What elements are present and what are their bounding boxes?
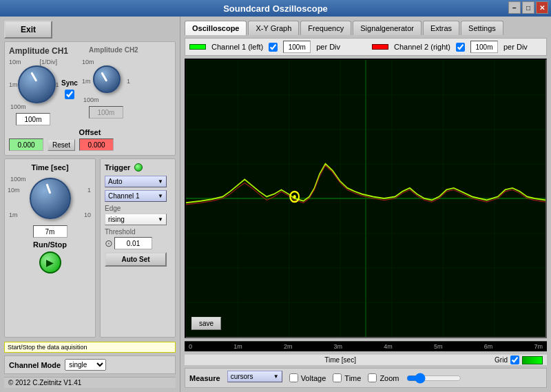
ch2-scale-low: 1m: [82, 78, 91, 85]
time-axis-label: Time [sec]: [189, 356, 492, 364]
copyright-bar: © 2012 C.Zeitnitz V1.41: [4, 377, 176, 388]
ch1-value-input[interactable]: [16, 113, 50, 125]
maximize-button[interactable]: □: [522, 1, 534, 14]
tick-6m: 6m: [484, 343, 493, 350]
channel-mode-select[interactable]: single dual add subtract: [65, 359, 106, 371]
tick-1m: 1m: [233, 343, 242, 350]
close-button[interactable]: ✕: [536, 1, 548, 14]
reset-button[interactable]: Reset: [48, 139, 75, 151]
time-100m: 100m: [10, 176, 26, 183]
threshold-row: ⊙: [105, 237, 171, 249]
ch1-amplitude-knob[interactable]: [18, 65, 56, 103]
grid-label: Grid: [495, 356, 508, 364]
time-knob[interactable]: [30, 178, 71, 219]
title-bar: Soundcard Oszilloscope − □ ✕: [0, 0, 551, 17]
ch1-per-div-input[interactable]: [283, 41, 311, 53]
minimize-button[interactable]: −: [508, 1, 521, 14]
runstop-button[interactable]: ▶: [39, 251, 61, 274]
ch1-offset-input[interactable]: [9, 138, 43, 151]
ch2-scale-mid: 100m: [83, 96, 99, 103]
ch1-per-div-label: per Div: [316, 43, 340, 51]
grid-check-row: Grid: [495, 355, 543, 364]
zoom-label: Zoom: [380, 374, 399, 382]
measure-mode-value: cursors: [231, 373, 253, 380]
amplitude-section: Amplitude CH1 Amplitude CH2 10m [1/Div] …: [4, 41, 176, 156]
threshold-input[interactable]: [114, 237, 152, 249]
ch2-per-div-label: per Div: [503, 43, 528, 51]
tooltip-bar: Start/Stop the data aquisition: [4, 342, 176, 353]
trigger-mode-value: Auto: [108, 178, 123, 185]
tab-oscilloscope[interactable]: Oscilloscope: [185, 21, 247, 35]
ch2-value-input[interactable]: [89, 106, 123, 118]
sync-section: Sync: [61, 59, 78, 99]
trigger-channel-arrow: ▼: [158, 193, 163, 199]
ch1-scale-right: 1: [56, 81, 59, 88]
tab-frequency[interactable]: Frequency: [300, 21, 351, 35]
zoom-checkbox[interactable]: [368, 373, 377, 382]
tick-7m: 7m: [534, 343, 543, 350]
ch2-channel-checkbox[interactable]: [456, 43, 465, 52]
right-panel: Oscilloscope X-Y Graph Frequency Signalg…: [180, 17, 551, 392]
sync-label: Sync: [61, 79, 78, 87]
ch2-sync-row: [89, 106, 123, 118]
time-section-title: Time [sec]: [9, 163, 91, 172]
voltage-label: Voltage: [301, 374, 326, 382]
ch2-channel-label: Channel 2 (right): [394, 43, 450, 51]
amplitude-header: Amplitude CH1 Amplitude CH2: [9, 46, 171, 56]
edge-label: Edge: [105, 205, 171, 212]
bottom-left: Time [sec] 100m 10m 1m 1 10 Run/Stop: [4, 158, 176, 338]
voltage-checkbox[interactable]: [289, 373, 298, 382]
runstop-label: Run/Stop: [33, 240, 67, 249]
tab-settings[interactable]: Settings: [461, 21, 503, 35]
trigger-channel-dropdown[interactable]: Channel 1 ▼: [105, 190, 167, 202]
sync-checkbox[interactable]: [65, 90, 74, 99]
scope-svg: [186, 60, 545, 337]
time-value-input[interactable]: [33, 225, 67, 238]
time-10m: 10m: [8, 187, 20, 194]
time-10: 10: [84, 212, 91, 218]
trigger-mode-dropdown[interactable]: Auto ▼: [105, 176, 167, 187]
measure-mode-dropdown[interactable]: cursors ▼: [227, 371, 282, 382]
zoom-measure-item: Zoom: [368, 373, 399, 382]
time-axis-ticks: 0 1m 2m 3m 4m 5m 6m 7m: [185, 341, 547, 351]
voltage-measure-item: Voltage: [289, 373, 326, 382]
svg-point-5: [293, 195, 296, 198]
time-1: 1: [87, 187, 91, 194]
exit-button[interactable]: Exit: [4, 21, 52, 39]
tick-3m: 3m: [334, 343, 343, 350]
zoom-slider[interactable]: [406, 373, 461, 384]
tab-signalgenerator[interactable]: Signalgenerator: [353, 21, 422, 35]
save-button[interactable]: save: [191, 317, 221, 330]
ch1-scale-low: 1m: [9, 81, 18, 88]
ch2-per-div-input[interactable]: [470, 41, 498, 53]
time-checkbox[interactable]: [333, 373, 342, 382]
trigger-channel-value: Channel 1: [108, 192, 140, 200]
ch2-amplitude-knob[interactable]: [93, 65, 121, 93]
tab-extras[interactable]: Extras: [423, 21, 459, 35]
ch2-knob-wrapper: [93, 65, 124, 96]
time-label-row: Time [sec] Grid: [185, 354, 547, 365]
ch2-amp-label: Amplitude CH2: [89, 46, 138, 56]
channel-mode-section: Channel Mode single dual add subtract: [4, 355, 176, 374]
measure-label: Measure: [189, 374, 220, 382]
threshold-icon: ⊙: [105, 238, 113, 249]
autoset-button[interactable]: Auto Set: [105, 252, 167, 267]
ch1-channel-label: Channel 1 (left): [211, 43, 263, 51]
measure-bar: Measure cursors ▼ Voltage Time Zoom: [185, 368, 547, 388]
ch1-color-indicator: [189, 44, 206, 50]
grid-checkbox[interactable]: [510, 355, 519, 364]
tab-xy-graph[interactable]: X-Y Graph: [248, 21, 299, 35]
tab-bar: Oscilloscope X-Y Graph Frequency Signalg…: [185, 21, 547, 35]
ch2-offset-input[interactable]: [79, 138, 114, 151]
trigger-label: Trigger: [105, 163, 130, 172]
measure-mode-arrow: ▼: [273, 373, 279, 380]
grid-color-swatch: [522, 356, 543, 364]
trigger-edge-dropdown[interactable]: rising ▼: [105, 214, 167, 225]
scope-display: f 1.0006 kHz 1.0006 kHz: [185, 59, 547, 338]
trigger-led: [134, 163, 143, 172]
ch1-channel-checkbox[interactable]: [269, 43, 278, 52]
time-1m: 1m: [9, 212, 18, 218]
ch1-amp-label: Amplitude CH1: [9, 46, 68, 56]
offset-section: Offset Reset: [9, 128, 171, 151]
main-container: Exit Amplitude CH1 Amplitude CH2 10m [1/…: [0, 17, 551, 392]
